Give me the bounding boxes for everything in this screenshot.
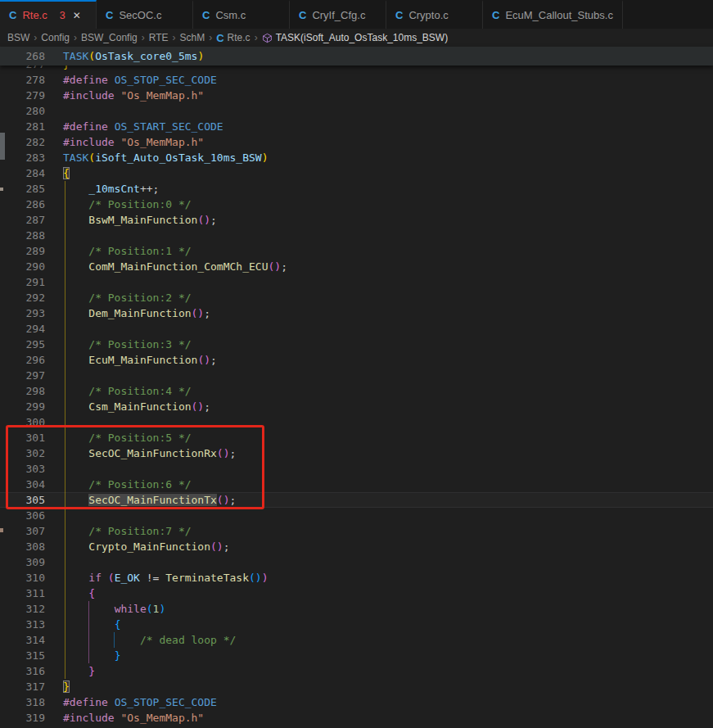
code-editor[interactable]: 277} 278#define OS_STOP_SEC_CODE279#incl… xyxy=(0,66,713,726)
line-number[interactable]: 279 xyxy=(0,88,45,103)
code-line-278[interactable]: 278#define OS_STOP_SEC_CODE xyxy=(0,72,713,88)
line-number[interactable]: 312 xyxy=(0,601,45,617)
breadcrumb-item-bsw[interactable]: BSW xyxy=(7,32,29,43)
code-line-280[interactable]: 280 xyxy=(0,103,713,119)
line-number[interactable]: 283 xyxy=(0,150,45,165)
breadcrumb-item-config[interactable]: Config xyxy=(41,32,70,43)
code-line-284[interactable]: 284{ xyxy=(0,165,713,181)
code-line-288[interactable]: 288 xyxy=(0,228,713,243)
tab-rte-c[interactable]: CRte.c3✕ xyxy=(0,0,97,29)
line-number[interactable]: 281 xyxy=(0,119,45,134)
code-line-285[interactable]: 285 _10msCnt++; xyxy=(0,181,713,197)
code-line-318[interactable]: 318#define OS_STOP_SEC_CODE xyxy=(0,694,713,710)
line-number[interactable]: 289 xyxy=(0,243,45,259)
line-number[interactable]: 278 xyxy=(0,72,45,88)
code-line-316[interactable]: 316 } xyxy=(0,663,713,679)
code-line-301[interactable]: 301 /* Position:5 */ xyxy=(0,430,713,445)
breadcrumb-item-schm[interactable]: SchM xyxy=(180,32,205,43)
line-number[interactable]: 287 xyxy=(0,212,45,228)
breadcrumb-item-rte-c[interactable]: CRte.c xyxy=(216,32,250,44)
code-line-313[interactable]: 313 { xyxy=(0,617,713,632)
close-icon[interactable]: ✕ xyxy=(73,10,81,21)
line-number[interactable]: 286 xyxy=(0,197,45,212)
code-line-307[interactable]: 307 /* Position:7 */ xyxy=(0,523,713,539)
code-line-283[interactable]: 283TASK(iSoft_Auto_OsTask_10ms_BSW) xyxy=(0,150,713,165)
line-number[interactable]: 290 xyxy=(0,259,45,274)
line-number[interactable]: 280 xyxy=(0,103,45,119)
code-line-300[interactable]: 300 xyxy=(0,414,713,430)
line-number[interactable]: 311 xyxy=(0,586,45,601)
code-line-295[interactable]: 295 /* Position:3 */ xyxy=(0,337,713,352)
line-number[interactable]: 294 xyxy=(0,321,45,337)
code-line-279[interactable]: 279#include "Os_MemMap.h" xyxy=(0,88,713,103)
code-line-312[interactable]: 312 while(1) xyxy=(0,601,713,617)
code-line-306[interactable]: 306 xyxy=(0,508,713,523)
code-line-305[interactable]: 305 SecOC_MainFunctionTx(); xyxy=(0,492,713,508)
sticky-scroll-line[interactable]: 268 TASK(OsTask_core0_5ms) xyxy=(0,47,713,66)
breadcrumb-item-rte[interactable]: RTE xyxy=(149,32,169,43)
breadcrumb-item-bsw-config[interactable]: BSW_Config xyxy=(81,32,138,43)
code-line-314[interactable]: 314 /* dead loop */ xyxy=(0,632,713,648)
code-line-294[interactable]: 294 xyxy=(0,321,713,337)
code-line-309[interactable]: 309 xyxy=(0,554,713,570)
line-number[interactable]: 314 xyxy=(0,632,45,648)
line-number[interactable]: 306 xyxy=(0,508,45,523)
line-number[interactable]: 282 xyxy=(0,134,45,150)
tab-csm-c[interactable]: CCsm.c xyxy=(193,0,290,29)
tab-crypto-c[interactable]: CCrypto.c xyxy=(386,0,483,29)
code-line-286[interactable]: 286 /* Position:0 */ xyxy=(0,197,713,212)
code-line-293[interactable]: 293 Dem_MainFunction(); xyxy=(0,305,713,321)
line-number[interactable]: 277 xyxy=(0,66,45,72)
line-number[interactable]: 292 xyxy=(0,290,45,305)
tab-cryif-cfg-c[interactable]: CCryIf_Cfg.c xyxy=(290,0,386,29)
line-number[interactable]: 307 xyxy=(0,523,45,539)
line-number[interactable]: 293 xyxy=(0,305,45,321)
code-line-317[interactable]: 317} xyxy=(0,679,713,694)
line-number[interactable]: 316 xyxy=(0,663,45,679)
code-line-315[interactable]: 315 } xyxy=(0,648,713,663)
line-number[interactable]: 300 xyxy=(0,414,45,430)
line-number[interactable]: 303 xyxy=(0,461,45,477)
code-line-287[interactable]: 287 BswM_MainFunction(); xyxy=(0,212,713,228)
line-number[interactable]: 284 xyxy=(0,165,45,181)
code-line-partial[interactable]: 277} xyxy=(0,66,713,72)
breadcrumb-item-task-isoft-auto-ostask-10ms-bsw[interactable]: TASK(iSoft_Auto_OsTask_10ms_BSW) xyxy=(262,32,449,43)
line-number[interactable]: 317 xyxy=(0,679,45,694)
line-number[interactable]: 296 xyxy=(0,352,45,368)
code-line-310[interactable]: 310 if (E_OK != TerminateTask()) xyxy=(0,570,713,586)
line-number[interactable]: 308 xyxy=(0,539,45,554)
code-line-304[interactable]: 304 /* Position:6 */ xyxy=(0,477,713,492)
line-number[interactable]: 315 xyxy=(0,648,45,663)
code-line-297[interactable]: 297 xyxy=(0,368,713,383)
tab-ecum-callout-stubs-c[interactable]: CEcuM_Callout_Stubs.c xyxy=(483,0,623,29)
line-number[interactable]: 313 xyxy=(0,617,45,632)
tab-secoc-c[interactable]: CSecOC.c xyxy=(97,0,193,29)
code-line-319[interactable]: 319#include "Os_MemMap.h" xyxy=(0,710,713,726)
line-number[interactable]: 305 xyxy=(0,492,45,508)
code-line-290[interactable]: 290 ComM_MainFunction_ComMCh_ECU(); xyxy=(0,259,713,274)
code-line-291[interactable]: 291 xyxy=(0,274,713,290)
line-number[interactable]: 310 xyxy=(0,570,45,586)
code-line-277[interactable]: 277} xyxy=(0,66,713,72)
line-number[interactable]: 298 xyxy=(0,383,45,399)
line-number[interactable]: 304 xyxy=(0,477,45,492)
code-line-302[interactable]: 302 SecOC_MainFunctionRx(); xyxy=(0,445,713,461)
line-number[interactable]: 288 xyxy=(0,228,45,243)
code-line-298[interactable]: 298 /* Position:4 */ xyxy=(0,383,713,399)
line-number[interactable]: 291 xyxy=(0,274,45,290)
line-number[interactable]: 295 xyxy=(0,337,45,352)
code-line-311[interactable]: 311 { xyxy=(0,586,713,601)
line-number[interactable]: 309 xyxy=(0,554,45,570)
line-number[interactable]: 301 xyxy=(0,430,45,445)
line-number[interactable]: 297 xyxy=(0,368,45,383)
line-number[interactable]: 318 xyxy=(0,694,45,710)
line-number[interactable]: 302 xyxy=(0,445,45,461)
code-line-303[interactable]: 303 xyxy=(0,461,713,477)
line-number[interactable]: 285 xyxy=(0,181,45,197)
line-number[interactable]: 299 xyxy=(0,399,45,414)
code-line-292[interactable]: 292 /* Position:2 */ xyxy=(0,290,713,305)
code-line-282[interactable]: 282#include "Os_MemMap.h" xyxy=(0,134,713,150)
code-line-308[interactable]: 308 Crypto_MainFunction(); xyxy=(0,539,713,554)
code-line-296[interactable]: 296 EcuM_MainFunction(); xyxy=(0,352,713,368)
code-line-299[interactable]: 299 Csm_MainFunction(); xyxy=(0,399,713,414)
